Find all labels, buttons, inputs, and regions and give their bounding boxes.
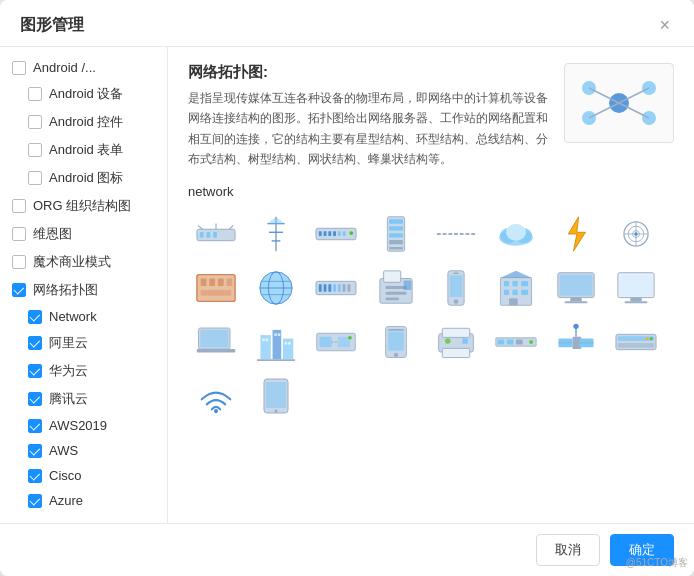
cancel-button[interactable]: 取消 [536,534,600,566]
checkbox-mofang[interactable] [12,255,26,269]
svg-rect-110 [266,338,269,341]
icon-cell-icon15[interactable] [488,263,544,313]
icon-cell-icon21[interactable] [308,317,364,367]
icon-cell-icon26[interactable] [608,317,664,367]
main-panel: 网络拓扑图: 是指呈现传媒体互连各种设备的物理布局，即网络中的计算机等设备网络连… [168,47,694,523]
sidebar-item-venn[interactable]: 维恩图 [0,220,167,248]
checkbox-org-chart[interactable] [12,199,26,213]
icon-cell-icon11[interactable] [248,263,304,313]
checkbox-android-dir[interactable] [12,61,26,75]
checkbox-aws[interactable] [28,444,42,458]
icon-cell-icon24[interactable] [488,317,544,367]
svg-rect-31 [389,226,403,230]
svg-rect-133 [516,339,523,344]
sidebar-item-aws[interactable]: AWS [0,438,167,463]
checkbox-android-icon[interactable] [28,171,42,185]
sidebar-item-cisco[interactable]: Cisco [0,463,167,488]
checkbox-tencent[interactable] [28,392,42,406]
svg-point-81 [454,299,459,304]
svg-rect-93 [560,274,592,295]
info-section: 网络拓扑图: 是指呈现传媒体互连各种设备的物理布局，即网络中的计算机等设备网络连… [188,63,674,170]
checkbox-azure[interactable] [28,494,42,508]
svg-rect-111 [274,333,277,336]
icon-cell-icon16[interactable] [548,263,604,313]
dialog-body: Android /...Android 设备Android 控件Android … [0,47,694,523]
svg-rect-33 [389,240,403,244]
icon-cell-icon3[interactable] [308,209,364,259]
svg-rect-132 [507,339,514,344]
svg-point-129 [445,338,450,343]
sidebar-item-org-chart[interactable]: ORG 组织结构图 [0,192,167,220]
checkbox-aws2019[interactable] [28,419,42,433]
close-button[interactable]: × [655,14,674,36]
sidebar-item-network-topo[interactable]: 网络拓扑图 [0,276,167,304]
sidebar-item-network[interactable]: Network [0,304,167,329]
sidebar-item-android-control[interactable]: Android 控件 [0,108,167,136]
sidebar-label-tencent: 腾讯云 [49,390,88,408]
icon-cell-icon5[interactable] [428,209,484,259]
icon-cell-icon6[interactable] [488,209,544,259]
checkbox-cisco[interactable] [28,469,42,483]
icon-cell-icon19[interactable] [188,317,244,367]
sidebar-item-android-icon[interactable]: Android 图标 [0,164,167,192]
icon-cell-icon12[interactable] [308,263,364,313]
sidebar-item-aliyun[interactable]: 阿里云 [0,329,167,357]
svg-rect-27 [343,231,346,236]
sidebar-label-aws2019: AWS2019 [49,418,107,433]
icon-cell-icon18[interactable] [668,263,674,313]
sidebar-item-tencent[interactable]: 腾讯云 [0,385,167,413]
icon-cell-icon25[interactable] [548,317,604,367]
svg-rect-23 [324,231,327,236]
svg-rect-32 [389,233,403,237]
icon-cell-icon23[interactable] [428,317,484,367]
checkbox-venn[interactable] [12,227,26,241]
icon-cell-icon14[interactable] [428,263,484,313]
sidebar-item-azure[interactable]: Azure [0,488,167,513]
search-label: network [188,184,674,199]
icon-cell-icon4[interactable] [368,209,424,259]
checkbox-android-control[interactable] [28,115,42,129]
svg-rect-77 [386,297,399,300]
svg-rect-30 [389,219,403,223]
svg-rect-74 [384,270,401,281]
icon-cell-icon1[interactable] [188,209,244,259]
checkbox-network[interactable] [28,310,42,324]
sidebar-item-android-form[interactable]: Android 表单 [0,136,167,164]
svg-rect-117 [319,336,331,347]
svg-rect-26 [338,231,341,236]
icon-cell-icon28[interactable] [188,371,244,421]
checkbox-aliyun[interactable] [28,336,42,350]
info-desc: 是指呈现传媒体互连各种设备的物理布局，即网络中的计算机等设备网络连接结构的图形。… [188,88,548,170]
icon-cell-icon2[interactable] [248,209,304,259]
svg-rect-10 [200,232,204,238]
checkbox-huawei[interactable] [28,364,42,378]
svg-rect-105 [197,349,236,353]
svg-rect-76 [386,291,407,294]
checkbox-android-form[interactable] [28,143,42,157]
sidebar-item-huawei[interactable]: 华为云 [0,357,167,385]
checkbox-android-device[interactable] [28,87,42,101]
icon-cell-icon17[interactable] [608,263,664,313]
sidebar-label-android-icon: Android 图标 [49,169,123,187]
icon-cell-icon27[interactable] [668,317,674,367]
sidebar-item-mofang[interactable]: 魔术商业模式 [0,248,167,276]
icon-cell-icon9[interactable] [668,209,674,259]
svg-point-154 [214,409,218,413]
icon-cell-icon10[interactable] [188,263,244,313]
sidebar-item-android-dir[interactable]: Android /... [0,55,167,80]
icon-cell-icon7[interactable] [548,209,604,259]
sidebar-item-android-device[interactable]: Android 设备 [0,80,167,108]
sidebar-label-aws: AWS [49,443,78,458]
icon-cell-icon20[interactable] [248,317,304,367]
sidebar-item-aws2019[interactable]: AWS2019 [0,413,167,438]
icon-cell-icon8[interactable] [608,209,664,259]
icon-cell-icon29[interactable] [248,371,304,421]
checkbox-network-topo[interactable] [12,283,26,297]
icon-cell-icon13[interactable] [368,263,424,313]
svg-rect-97 [620,274,652,295]
sidebar-label-android-dir: Android /... [33,60,96,75]
svg-rect-128 [462,338,467,343]
svg-rect-68 [328,284,331,292]
icon-cell-icon22[interactable] [368,317,424,367]
svg-rect-156 [266,382,286,408]
